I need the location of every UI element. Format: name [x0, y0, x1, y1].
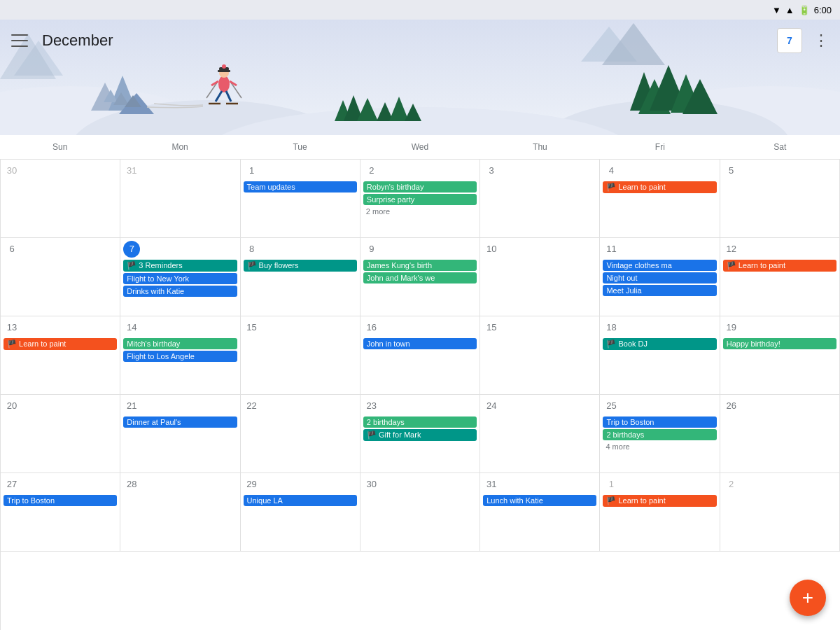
add-event-fab[interactable]: + — [790, 580, 826, 616]
date-number: 30 — [4, 162, 20, 179]
calendar-event[interactable]: Lunch with Katie — [483, 495, 596, 506]
date-number: 10 — [483, 241, 500, 258]
date-number: 13 — [4, 319, 20, 336]
battery-icon: 🔋 — [799, 5, 810, 15]
calendar-event[interactable]: Robyn's birthday — [363, 181, 477, 192]
more-events-link[interactable]: 4 more — [603, 442, 716, 451]
calendar-cell-0-3[interactable]: 2Robyn's birthdaySurprise party2 more — [360, 160, 480, 238]
day-header-tue: Tue — [240, 139, 360, 155]
date-number: 1 — [244, 162, 260, 179]
calendar-event[interactable]: Trip to Boston — [603, 416, 716, 428]
date-number: 4 — [603, 162, 620, 179]
calendar-cell-1-2[interactable]: 8🏴 Buy flowers — [241, 238, 360, 316]
date-number: 21 — [123, 398, 140, 414]
date-number: 31 — [483, 476, 500, 493]
calendar-cell-4-2[interactable]: 29Unique LA — [241, 473, 360, 552]
calendar-cell-1-0[interactable]: 6 — [1, 238, 120, 316]
calendar-cell-3-1[interactable]: 21Dinner at Paul's — [120, 395, 240, 473]
date-number: 1 — [603, 476, 620, 493]
calendar-cell-1-4[interactable]: 10 — [480, 238, 600, 316]
calendar-event[interactable]: 🏴 Book DJ — [603, 338, 716, 350]
calendar-event[interactable]: 🏴 Learn to paint — [4, 338, 117, 350]
calendar-cell-4-1[interactable]: 28 — [120, 473, 240, 552]
calendar-event[interactable]: Dinner at Paul's — [123, 416, 237, 428]
signal-icon: ▲ — [785, 5, 794, 15]
date-number: 2 — [723, 476, 740, 493]
calendar-cell-3-5[interactable]: 25Trip to Boston2 birthdays4 more — [600, 395, 720, 473]
calendar-event[interactable]: 🏴 3 Reminders — [123, 260, 237, 272]
menu-button[interactable] — [11, 32, 28, 49]
calendar-event[interactable]: John in town — [363, 338, 477, 349]
calendar-event[interactable]: Vintage clothes ma — [603, 260, 716, 271]
calendar-event[interactable]: Trip to Boston — [4, 495, 117, 506]
calendar-event[interactable]: John and Mark's we — [363, 272, 477, 284]
calendar-cell-2-4[interactable]: 15 — [480, 316, 600, 395]
calendar-cell-0-2[interactable]: 1Team updates — [241, 160, 360, 238]
calendar-cell-3-3[interactable]: 232 birthdays🏴 Gift for Mark — [360, 395, 480, 473]
date-number: 25 — [603, 398, 620, 414]
day-header-wed: Wed — [360, 139, 479, 155]
calendar-event[interactable]: James Kung's birth — [363, 260, 477, 271]
date-number: 26 — [723, 398, 740, 414]
calendar-grid: 30311Team updates2Robyn's birthdaySurpri… — [0, 160, 840, 630]
date-number: 31 — [123, 162, 140, 179]
date-number: 22 — [244, 398, 260, 414]
calendar-cell-4-3[interactable]: 30 — [360, 473, 480, 552]
calendar-event[interactable]: Surprise party — [363, 194, 477, 205]
date-number: 15 — [244, 319, 260, 336]
calendar-event[interactable]: Night out — [603, 272, 716, 284]
date-number: 27 — [4, 476, 20, 493]
calendar-cell-3-2[interactable]: 22 — [241, 395, 360, 473]
calendar-cell-3-4[interactable]: 24 — [480, 395, 600, 473]
calendar-cell-1-5[interactable]: 11Vintage clothes maNight outMeet Julia — [600, 238, 720, 316]
calendar-cell-2-3[interactable]: 16John in town — [360, 316, 480, 395]
calendar-cell-3-0[interactable]: 20 — [1, 395, 120, 473]
calendar-cell-1-3[interactable]: 9James Kung's birthJohn and Mark's we — [360, 238, 480, 316]
date-number: 23 — [363, 398, 380, 414]
calendar-event[interactable]: 2 birthdays — [363, 416, 477, 428]
calendar-event[interactable]: Mitch's birthday — [123, 338, 237, 349]
calendar-event[interactable]: 2 birthdays — [603, 429, 716, 440]
calendar-cell-4-0[interactable]: 27Trip to Boston — [1, 473, 120, 552]
calendar-event[interactable]: 🏴 Buy flowers — [244, 260, 357, 272]
calendar-cell-4-4[interactable]: 31Lunch with Katie — [480, 473, 600, 552]
calendar-cell-0-4[interactable]: 3 — [480, 160, 600, 238]
calendar-event[interactable]: Team updates — [244, 181, 357, 192]
date-number: 20 — [4, 398, 20, 414]
date-number: 14 — [123, 319, 140, 336]
calendar-cell-2-0[interactable]: 13🏴 Learn to paint — [1, 316, 120, 395]
calendar-cell-0-1[interactable]: 31 — [120, 160, 240, 238]
calendar-event[interactable]: Flight to New York — [123, 273, 237, 284]
date-number: 16 — [363, 319, 380, 336]
calendar-event[interactable]: Flight to Los Angele — [123, 351, 237, 362]
more-events-link[interactable]: 2 more — [363, 206, 477, 216]
calendar-event[interactable]: Unique LA — [244, 495, 357, 506]
calendar-event[interactable]: 🏴 Learn to paint — [723, 260, 836, 272]
calendar-event[interactable]: 🏴 Learn to paint — [603, 495, 716, 507]
calendar-cell-4-6[interactable]: 2 — [720, 473, 840, 552]
today-button[interactable]: 7 — [777, 28, 802, 53]
calendar-cell-2-1[interactable]: 14Mitch's birthdayFlight to Los Angele — [120, 316, 240, 395]
calendar-cell-4-5[interactable]: 1🏴 Learn to paint — [600, 473, 720, 552]
date-number: 30 — [363, 476, 380, 493]
calendar-cell-0-0[interactable]: 30 — [1, 160, 120, 238]
calendar-cell-0-5[interactable]: 4🏴 Learn to paint — [600, 160, 720, 238]
calendar-cell-1-1[interactable]: 7🏴 3 RemindersFlight to New YorkDrinks w… — [120, 238, 240, 316]
calendar-cell-3-6[interactable]: 26 — [720, 395, 840, 473]
calendar-cell-2-6[interactable]: 19Happy birthday! — [720, 316, 840, 395]
calendar-cell-0-6[interactable]: 5 — [720, 160, 840, 238]
date-number: 7 — [123, 241, 140, 258]
calendar-event[interactable]: Happy birthday! — [723, 338, 836, 349]
calendar-event[interactable]: 🏴 Gift for Mark — [363, 429, 477, 441]
calendar-event[interactable]: 🏴 Learn to paint — [603, 181, 716, 193]
date-number: 12 — [723, 241, 740, 258]
app-header: December 7 ⋮ — [0, 20, 840, 62]
more-options-button[interactable]: ⋮ — [813, 31, 829, 50]
calendar-event[interactable]: Drinks with Katie — [123, 286, 237, 297]
calendar-cell-2-5[interactable]: 18🏴 Book DJ — [600, 316, 720, 395]
date-number: 6 — [4, 241, 20, 258]
calendar-cell-2-2[interactable]: 15 — [241, 316, 360, 395]
calendar-event[interactable]: Meet Julia — [603, 285, 716, 296]
plus-icon: + — [802, 588, 813, 608]
calendar-cell-1-6[interactable]: 12🏴 Learn to paint — [720, 238, 840, 316]
